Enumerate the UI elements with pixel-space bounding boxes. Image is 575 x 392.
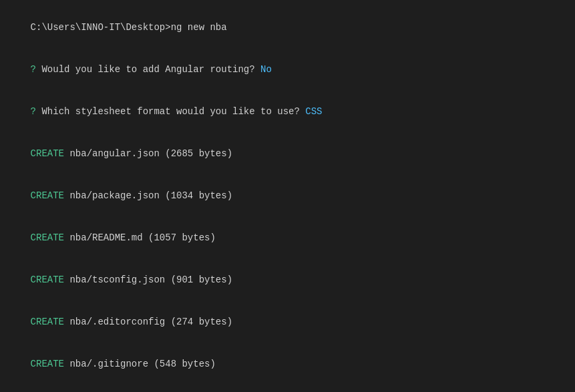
question-stylesheet: ? Which stylesheet format would you like… — [8, 91, 567, 133]
question-text-2: Which stylesheet format would you like t… — [41, 106, 305, 117]
create-label-2: CREATE — [31, 190, 70, 201]
prompt-path: C:\Users\INNO-IT\Desktop> — [31, 22, 171, 33]
question-routing: ? Would you like to add Angular routing?… — [8, 49, 567, 91]
create-line-1: CREATE nba/angular.json (2685 bytes) — [8, 133, 567, 175]
path-5: nba/.editorconfig (274 bytes) — [69, 317, 232, 327]
create-line-4: CREATE nba/tsconfig.json (901 bytes) — [8, 259, 567, 301]
path-4: nba/tsconfig.json (901 bytes) — [69, 274, 232, 285]
question-mark-2: ? — [31, 106, 42, 117]
prompt-line: C:\Users\INNO-IT\Desktop>ng new nba — [8, 7, 567, 49]
create-label-5: CREATE — [31, 317, 70, 327]
create-label-4: CREATE — [31, 274, 70, 285]
create-label-6: CREATE — [31, 359, 70, 369]
path-6: nba/.gitignore (548 bytes) — [69, 359, 215, 369]
create-line-3: CREATE nba/README.md (1057 bytes) — [8, 217, 567, 259]
prompt-cmd: ng new nba — [171, 22, 227, 33]
create-label-1: CREATE — [31, 148, 70, 159]
create-line-2: CREATE nba/package.json (1034 bytes) — [8, 175, 567, 217]
terminal-window: C:\Users\INNO-IT\Desktop>ng new nba ? Wo… — [0, 0, 575, 392]
path-3: nba/README.md (1057 bytes) — [69, 232, 215, 243]
answer-css: CSS — [305, 106, 322, 117]
path-1: nba/angular.json (2685 bytes) — [69, 148, 232, 159]
path-2: nba/package.json (1034 bytes) — [69, 190, 232, 201]
question-text-1: Would you like to add Angular routing? — [41, 64, 260, 75]
question-mark-1: ? — [31, 64, 42, 75]
create-line-6: CREATE nba/.gitignore (548 bytes) — [8, 343, 567, 385]
create-line-5: CREATE nba/.editorconfig (274 bytes) — [8, 301, 567, 343]
create-line-7: CREATE nba/tsconfig.app.json (263 bytes) — [8, 385, 567, 392]
answer-no: No — [260, 64, 272, 75]
create-label-3: CREATE — [31, 232, 70, 243]
